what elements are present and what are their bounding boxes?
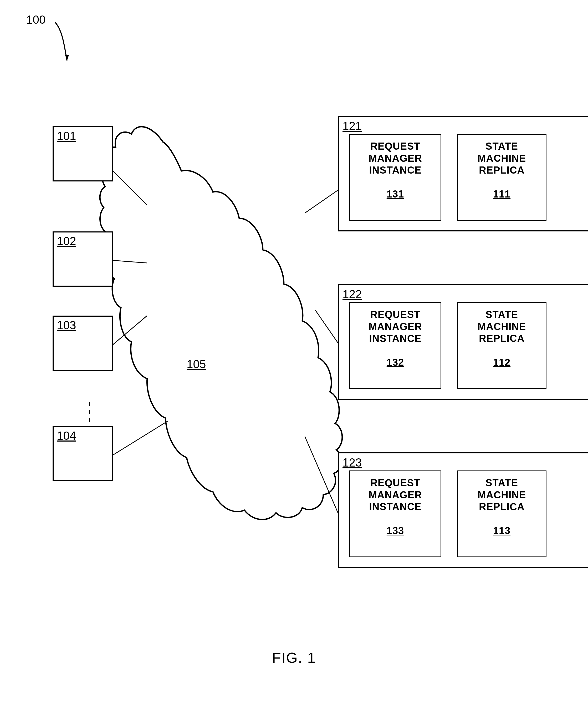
svg-line-4 bbox=[113, 421, 168, 455]
state-machine-113: STATEMACHINEREPLICA 113 bbox=[457, 471, 546, 557]
client-box-104: 104 bbox=[52, 426, 113, 481]
state-machine-111-text: STATEMACHINEREPLICA 111 bbox=[458, 141, 546, 200]
client-102-label: 102 bbox=[57, 234, 76, 248]
server-group-122: 122 REQUESTMANAGERINSTANCE 132 STATEMACH… bbox=[338, 284, 588, 400]
state-machine-113-id: 113 bbox=[493, 525, 510, 536]
svg-line-7 bbox=[315, 310, 339, 345]
svg-line-6 bbox=[305, 189, 339, 213]
server-group-123: 123 REQUESTMANAGERINSTANCE 133 STATEMACH… bbox=[338, 452, 588, 568]
state-machine-112-id: 112 bbox=[493, 357, 510, 368]
request-manager-133-id: 133 bbox=[387, 525, 404, 536]
state-machine-111-id: 111 bbox=[493, 189, 510, 200]
server-group-121-label: 121 bbox=[342, 119, 362, 132]
request-manager-132-id: 132 bbox=[387, 357, 404, 368]
request-manager-133-text: REQUESTMANAGERINSTANCE 133 bbox=[350, 477, 441, 537]
request-manager-131: REQUESTMANAGERINSTANCE 131 bbox=[349, 134, 441, 221]
state-machine-112: STATEMACHINEREPLICA 112 bbox=[457, 302, 546, 389]
diagram: 100 101 102 103 104 105 121 REQUESTMANAG… bbox=[0, 0, 588, 724]
server-group-123-label: 123 bbox=[342, 456, 362, 469]
server-group-122-label: 122 bbox=[342, 288, 362, 301]
svg-marker-0 bbox=[65, 55, 69, 61]
request-manager-131-text: REQUESTMANAGERINSTANCE 131 bbox=[350, 141, 441, 200]
state-machine-112-text: STATEMACHINEREPLICA 112 bbox=[458, 309, 546, 369]
client-101-label: 101 bbox=[57, 129, 76, 143]
figure-label: FIG. 1 bbox=[272, 649, 316, 666]
state-machine-111: STATEMACHINEREPLICA 111 bbox=[457, 134, 546, 221]
network-label: 105 bbox=[187, 358, 206, 371]
request-manager-132-text: REQUESTMANAGERINSTANCE 132 bbox=[350, 309, 441, 369]
client-103-label: 103 bbox=[57, 319, 76, 332]
ref-100-label: 100 bbox=[26, 13, 45, 26]
request-manager-132: REQUESTMANAGERINSTANCE 132 bbox=[349, 302, 441, 389]
client-104-label: 104 bbox=[57, 429, 76, 442]
server-group-121: 121 REQUESTMANAGERINSTANCE 131 STATEMACH… bbox=[338, 116, 588, 231]
client-box-103: 103 bbox=[52, 315, 113, 371]
request-manager-131-id: 131 bbox=[387, 189, 404, 200]
request-manager-133: REQUESTMANAGERINSTANCE 133 bbox=[349, 471, 441, 557]
client-box-101: 101 bbox=[52, 126, 113, 182]
client-box-102: 102 bbox=[52, 231, 113, 287]
state-machine-113-text: STATEMACHINEREPLICA 113 bbox=[458, 477, 546, 537]
